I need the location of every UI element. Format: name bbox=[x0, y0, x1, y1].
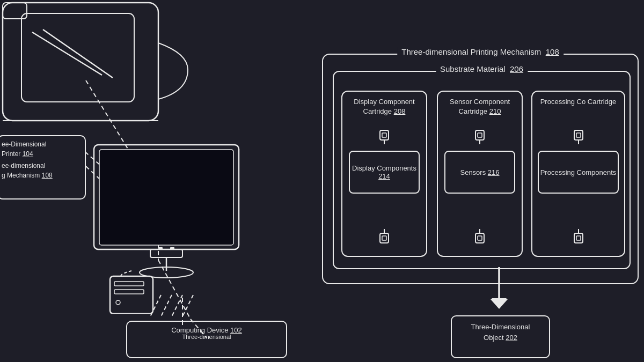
substrate-material-box: Substrate Material 206 Display Component… bbox=[333, 71, 631, 269]
processing-connector-bottom bbox=[571, 228, 586, 247]
svg-rect-23 bbox=[170, 247, 174, 250]
td-object-line2: Object 202 bbox=[457, 333, 544, 343]
sensor-connector-top bbox=[472, 129, 487, 149]
diagram-container: ee-Dimensional Printer 104 ee-dimensiona… bbox=[0, 0, 644, 362]
printing-mechanism-box: Three-dimensional Printing Mechanism 108… bbox=[322, 54, 639, 284]
sensor-cartridge-box: Sensor Component Cartridge 210 Sensors bbox=[437, 91, 523, 257]
pc-label-text: Processing Co Cartridge bbox=[540, 98, 617, 106]
printer-label-line1: ee-Dimensional bbox=[2, 139, 82, 149]
printer-label-line2: Printer 104 bbox=[2, 149, 82, 159]
svg-rect-22 bbox=[158, 247, 163, 250]
processing-connector-top bbox=[571, 129, 586, 149]
printer-box-content: ee-Dimensional Printer 104 ee-dimensiona… bbox=[0, 136, 85, 183]
svg-line-48 bbox=[150, 295, 161, 316]
svg-rect-29 bbox=[382, 133, 386, 137]
svg-rect-38 bbox=[475, 233, 484, 243]
pm-ref: 108 bbox=[546, 47, 559, 56]
td-ref: 202 bbox=[506, 334, 517, 342]
monitor-illustration bbox=[89, 142, 255, 314]
printer-label-line3: ee-dimensional bbox=[2, 161, 82, 171]
display-components-box: Display Components 214 bbox=[349, 151, 420, 194]
display-connector-top bbox=[377, 129, 392, 149]
sm-label-text: Substrate Material bbox=[440, 64, 506, 73]
svg-rect-41 bbox=[576, 133, 581, 137]
svg-line-49 bbox=[161, 295, 172, 316]
printing-mechanism-label: Three-dimensional Printing Mechanism 108 bbox=[397, 47, 564, 56]
dc-ref: 208 bbox=[394, 107, 406, 115]
sensor-connector-bottom bbox=[472, 228, 487, 247]
svg-marker-47 bbox=[491, 299, 508, 309]
td-object-box: Three-Dimensional Object 202 bbox=[451, 315, 550, 358]
substrate-label: Substrate Material 206 bbox=[436, 64, 528, 73]
printer-ref2: 108 bbox=[42, 172, 53, 179]
svg-rect-45 bbox=[576, 236, 581, 240]
sensors-box: Sensors 216 bbox=[444, 151, 515, 194]
svg-rect-44 bbox=[574, 233, 583, 243]
dc-content-ref: 214 bbox=[378, 172, 390, 180]
processing-components-box: Processing Components bbox=[538, 151, 619, 194]
sc-ref: 210 bbox=[489, 107, 501, 115]
svg-rect-34 bbox=[475, 130, 484, 140]
svg-rect-39 bbox=[478, 236, 482, 240]
svg-rect-40 bbox=[574, 130, 583, 140]
processing-cartridge-box: Processing Co Cartridge Processing Compo… bbox=[531, 91, 625, 257]
svg-rect-35 bbox=[478, 133, 482, 137]
dc-label-text: Display Component Cartridge bbox=[354, 98, 414, 115]
bottom-connections bbox=[118, 290, 225, 359]
display-cartridge-box: Display Component Cartridge 208 Display … bbox=[341, 91, 427, 257]
sc-content-ref: 216 bbox=[488, 168, 500, 176]
svg-line-50 bbox=[172, 295, 182, 316]
svg-rect-33 bbox=[382, 236, 386, 240]
svg-rect-25 bbox=[114, 282, 144, 286]
printer-illustration bbox=[0, 0, 204, 142]
svg-line-13 bbox=[32, 32, 102, 75]
cd-ref: 102 bbox=[230, 326, 242, 334]
svg-rect-32 bbox=[380, 233, 389, 243]
printer-box: ee-Dimensional Printer 104 ee-dimensiona… bbox=[0, 135, 86, 200]
svg-rect-19 bbox=[150, 249, 182, 257]
pm-label-text: Three-dimensional Printing Mechanism bbox=[401, 47, 541, 56]
display-cartridge-label: Display Component Cartridge 208 bbox=[342, 97, 426, 116]
printer-ref: 104 bbox=[23, 150, 33, 158]
svg-line-51 bbox=[182, 295, 193, 316]
processing-components-label: Processing Components bbox=[540, 168, 617, 176]
printer-label-line4: g Mechanism 108 bbox=[2, 171, 82, 180]
arrow-down bbox=[488, 267, 510, 315]
display-connector-bottom bbox=[377, 228, 392, 247]
sensor-cartridge-label: Sensor Component Cartridge 210 bbox=[438, 97, 522, 116]
td-object-label: Three-Dimensional Object 202 bbox=[452, 316, 549, 348]
svg-rect-18 bbox=[99, 150, 233, 245]
svg-rect-12 bbox=[21, 13, 134, 102]
sensors-label: Sensors 216 bbox=[460, 168, 499, 176]
display-components-label: Display Components 214 bbox=[350, 164, 419, 180]
sm-ref: 206 bbox=[510, 64, 523, 73]
processing-cartridge-label: Processing Co Cartridge bbox=[532, 97, 624, 107]
svg-line-14 bbox=[43, 29, 113, 78]
svg-rect-28 bbox=[380, 130, 389, 140]
